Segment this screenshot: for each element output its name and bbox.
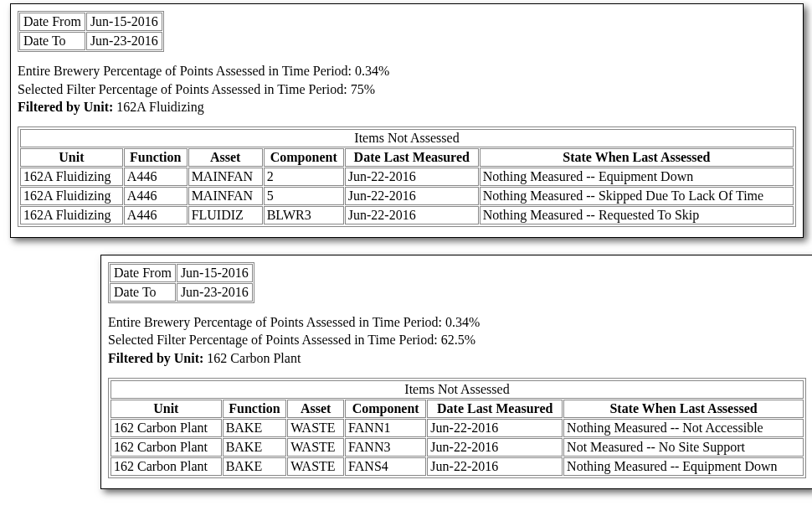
cell-unit: 162A Fluidizing (20, 187, 123, 205)
date-range-table: Date From Jun-15-2016 Date To Jun-23-201… (18, 11, 164, 52)
cell-asset: WASTE (287, 457, 344, 476)
date-to-value: Jun-23-2016 (177, 283, 253, 302)
table-row: Date To Jun-23-2016 (19, 32, 162, 50)
cell-component: FANS4 (345, 457, 426, 476)
cell-unit: 162A Fluidizing (20, 206, 123, 224)
col-state: State When Last Assessed (480, 148, 794, 167)
date-to-label: Date To (19, 32, 85, 50)
cell-function: BAKE (223, 419, 287, 437)
cell-function: BAKE (223, 457, 287, 476)
summary-block: Entire Brewery Percentage of Points Asse… (108, 313, 806, 368)
table-row: 162 Carbon Plant BAKE WASTE FANN1 Jun-22… (110, 419, 804, 437)
cell-function: BAKE (223, 438, 287, 457)
cell-function: A446 (124, 168, 188, 186)
items-not-assessed-table: Items Not Assessed Unit Function Asset C… (110, 379, 804, 477)
report-panel-2: Date From Jun-15-2016 Date To Jun-23-201… (100, 255, 812, 489)
items-not-assessed-table-wrap: Items Not Assessed Unit Function Asset C… (108, 378, 806, 478)
cell-state: Nothing Measured -- Equipment Down (563, 457, 804, 476)
date-to-label: Date To (110, 283, 176, 302)
selected-filter-percentage: Selected Filter Percentage of Points Ass… (108, 331, 806, 349)
entire-brewery-percentage: Entire Brewery Percentage of Points Asse… (108, 313, 806, 332)
col-asset: Asset (287, 400, 344, 418)
col-component: Component (264, 148, 344, 167)
filtered-by-value: 162 Carbon Plant (203, 351, 301, 365)
cell-date: Jun-22-2016 (427, 457, 563, 476)
cell-state: Nothing Measured -- Not Accessible (563, 419, 804, 437)
cell-state: Nothing Measured -- Skipped Due To Lack … (480, 187, 794, 205)
cell-component: 2 (264, 168, 344, 186)
col-date: Date Last Measured (345, 148, 479, 167)
filtered-by: Filtered by Unit: 162A Fluidizing (18, 98, 796, 116)
cell-unit: 162 Carbon Plant (110, 438, 222, 457)
table-header-row: Unit Function Asset Component Date Last … (110, 400, 804, 418)
filtered-by: Filtered by Unit: 162 Carbon Plant (108, 349, 806, 368)
cell-state: Nothing Measured -- Requested To Skip (480, 206, 794, 224)
col-component: Component (345, 400, 426, 418)
table-row: 162 Carbon Plant BAKE WASTE FANS4 Jun-22… (110, 457, 804, 476)
cell-component: FANN3 (345, 438, 426, 457)
cell-date: Jun-22-2016 (345, 168, 479, 186)
cell-date: Jun-22-2016 (427, 438, 563, 457)
filtered-by-label: Filtered by Unit: (18, 100, 113, 114)
table-row: Date From Jun-15-2016 (19, 13, 162, 31)
cell-component: BLWR3 (264, 206, 344, 224)
col-state: State When Last Assessed (563, 400, 804, 418)
cell-date: Jun-22-2016 (345, 187, 479, 205)
cell-component: 5 (264, 187, 344, 205)
items-not-assessed-table: Items Not Assessed Unit Function Asset C… (19, 128, 794, 225)
cell-function: A446 (124, 206, 188, 224)
col-function: Function (124, 148, 188, 167)
cell-date: Jun-22-2016 (345, 206, 479, 224)
cell-unit: 162A Fluidizing (20, 168, 123, 186)
col-unit: Unit (110, 400, 222, 418)
cell-asset: WASTE (287, 419, 344, 437)
date-from-value: Jun-15-2016 (86, 13, 162, 31)
table-caption-row: Items Not Assessed (110, 380, 804, 399)
entire-brewery-percentage: Entire Brewery Percentage of Points Asse… (18, 62, 796, 80)
table-row: 162 Carbon Plant BAKE WASTE FANN3 Jun-22… (110, 438, 804, 457)
cell-function: A446 (124, 187, 188, 205)
cell-state: Not Measured -- No Site Support (563, 438, 804, 457)
items-table-title: Items Not Assessed (110, 380, 804, 399)
table-row: Date To Jun-23-2016 (110, 283, 253, 302)
table-row: Date From Jun-15-2016 (110, 264, 253, 282)
table-row: 162A Fluidizing A446 MAINFAN 5 Jun-22-20… (20, 187, 794, 205)
date-from-label: Date From (19, 13, 85, 31)
date-from-label: Date From (110, 264, 176, 282)
cell-asset: WASTE (287, 438, 344, 457)
cell-unit: 162 Carbon Plant (110, 457, 222, 476)
cell-asset: FLUIDIZ (188, 206, 263, 224)
date-range-table: Date From Jun-15-2016 Date To Jun-23-201… (108, 262, 254, 303)
col-asset: Asset (188, 148, 263, 167)
col-unit: Unit (20, 148, 123, 167)
filtered-by-value: 162A Fluidizing (113, 100, 203, 114)
cell-unit: 162 Carbon Plant (110, 419, 222, 437)
col-date: Date Last Measured (427, 400, 563, 418)
cell-component: FANN1 (345, 419, 426, 437)
cell-state: Nothing Measured -- Equipment Down (480, 168, 794, 186)
table-row: 162A Fluidizing A446 MAINFAN 2 Jun-22-20… (20, 168, 794, 186)
cell-asset: MAINFAN (188, 187, 263, 205)
report-panel-1: Date From Jun-15-2016 Date To Jun-23-201… (10, 3, 804, 238)
items-not-assessed-table-wrap: Items Not Assessed Unit Function Asset C… (18, 126, 796, 227)
date-to-value: Jun-23-2016 (86, 32, 162, 50)
date-from-value: Jun-15-2016 (177, 264, 253, 282)
col-function: Function (223, 400, 287, 418)
selected-filter-percentage: Selected Filter Percentage of Points Ass… (18, 80, 796, 99)
table-caption-row: Items Not Assessed (20, 129, 794, 147)
cell-asset: MAINFAN (188, 168, 263, 186)
items-table-title: Items Not Assessed (20, 129, 794, 147)
cell-date: Jun-22-2016 (427, 419, 563, 437)
filtered-by-label: Filtered by Unit: (108, 351, 203, 365)
table-row: 162A Fluidizing A446 FLUIDIZ BLWR3 Jun-2… (20, 206, 794, 224)
summary-block: Entire Brewery Percentage of Points Asse… (18, 62, 796, 116)
table-header-row: Unit Function Asset Component Date Last … (20, 148, 794, 167)
